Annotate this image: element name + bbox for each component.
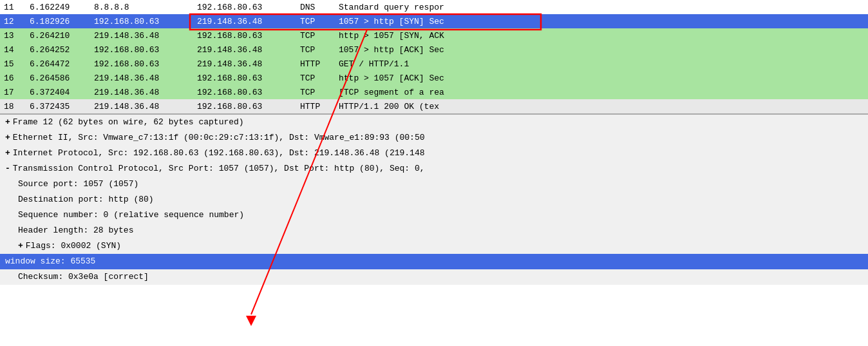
table-cell: http > 1057 [ACK] Sec (335, 71, 868, 85)
table-cell: Standard query respor (335, 0, 868, 14)
table-cell: 219.148.36.48 (90, 99, 193, 113)
detail-row[interactable]: + Internet Protocol, Src: 192.168.80.63 … (0, 146, 868, 161)
table-cell: 192.168.80.63 (193, 0, 296, 14)
table-cell: 6.372435 (26, 99, 90, 113)
table-cell: 219.148.36.48 (90, 85, 193, 99)
arrow-head (246, 316, 256, 326)
detail-row[interactable]: + Ethernet II, Src: Vmware_c7:13:1f (00:… (0, 130, 868, 146)
table-cell: 6.162249 (26, 0, 90, 14)
table-cell: 6.182926 (26, 14, 90, 28)
table-cell: 219.148.36.48 (90, 28, 193, 43)
table-row[interactable]: 146.264252192.168.80.63219.148.36.48TCP1… (0, 43, 868, 57)
table-cell: http > 1057 [SYN, ACK (335, 28, 868, 43)
table-cell: 1057 > http [ACK] Sec (335, 43, 868, 57)
packet-details: + Frame 12 (62 bytes on wire, 62 bytes c… (0, 113, 868, 285)
detail-row[interactable]: + Frame 12 (62 bytes on wire, 62 bytes c… (0, 115, 868, 130)
table-row[interactable]: 176.372404219.148.36.48192.168.80.63TCP[… (0, 85, 868, 99)
table-cell: 12 (0, 14, 26, 28)
packet-list: 116.1622498.8.8.8192.168.80.63DNSStandar… (0, 0, 868, 113)
table-cell: 6.264252 (26, 43, 90, 57)
table-cell: HTTP (296, 57, 335, 71)
table-cell: 6.264472 (26, 57, 90, 71)
table-row[interactable]: 186.372435219.148.36.48192.168.80.63HTTP… (0, 99, 868, 113)
expand-icon[interactable]: + (18, 240, 23, 253)
table-row[interactable]: 156.264472192.168.80.63219.148.36.48HTTP… (0, 57, 868, 71)
table-cell: 219.148.36.48 (90, 71, 193, 85)
detail-row: Source port: 1057 (1057) (0, 177, 868, 192)
table-cell: 18 (0, 99, 26, 113)
table-cell: TCP (296, 85, 335, 99)
table-cell: 219.148.36.48 (193, 14, 296, 28)
detail-row[interactable]: - Transmission Control Protocol, Src Por… (0, 161, 868, 177)
table-cell: TCP (296, 43, 335, 57)
table-cell: 192.168.80.63 (90, 14, 193, 28)
table-row[interactable]: 126.182926192.168.80.63219.148.36.48TCP1… (0, 14, 868, 28)
packet-table: 116.1622498.8.8.8192.168.80.63DNSStandar… (0, 0, 868, 113)
table-cell: 11 (0, 0, 26, 14)
table-cell: 6.264210 (26, 28, 90, 43)
table-row[interactable]: 116.1622498.8.8.8192.168.80.63DNSStandar… (0, 0, 868, 14)
table-cell: 192.168.80.63 (90, 43, 193, 57)
expand-icon[interactable]: + (5, 147, 10, 160)
table-cell: 192.168.80.63 (193, 99, 296, 113)
table-cell: 6.264586 (26, 71, 90, 85)
table-cell: 17 (0, 85, 26, 99)
table-cell: HTTP (296, 99, 335, 113)
table-cell: 192.168.80.63 (193, 71, 296, 85)
table-cell: 219.148.36.48 (193, 43, 296, 57)
table-row[interactable]: 166.264586219.148.36.48192.168.80.63TCPh… (0, 71, 868, 85)
detail-row: Destination port: http (80) (0, 192, 868, 207)
detail-row: Header length: 28 bytes (0, 223, 868, 238)
table-cell: 8.8.8.8 (90, 0, 193, 14)
detail-row[interactable]: + Flags: 0x0002 (SYN) (0, 238, 868, 254)
table-cell: 192.168.80.63 (193, 28, 296, 43)
table-cell: HTTP/1.1 200 OK (tex (335, 99, 868, 113)
detail-row: Checksum: 0x3e0a [correct] (0, 269, 868, 285)
table-cell: 13 (0, 28, 26, 43)
table-cell: 14 (0, 43, 26, 57)
table-cell: TCP (296, 14, 335, 28)
table-cell: TCP (296, 28, 335, 43)
table-cell: GET / HTTP/1.1 (335, 57, 868, 71)
table-cell: 192.168.80.63 (193, 85, 296, 99)
table-cell: 1057 > http [SYN] Sec (335, 14, 868, 28)
table-cell: 15 (0, 57, 26, 71)
expand-icon[interactable]: + (5, 131, 10, 144)
table-cell: TCP (296, 71, 335, 85)
detail-row[interactable]: window size: 65535 (0, 254, 868, 269)
expand-icon[interactable]: + (5, 116, 10, 129)
table-cell: 16 (0, 71, 26, 85)
table-cell: [TCP segment of a rea (335, 85, 868, 99)
table-cell: DNS (296, 0, 335, 14)
main-wrapper: 116.1622498.8.8.8192.168.80.63DNSStandar… (0, 0, 868, 346)
table-cell: 6.372404 (26, 85, 90, 99)
expand-icon[interactable]: - (5, 162, 10, 175)
table-row[interactable]: 136.264210219.148.36.48192.168.80.63TCPh… (0, 28, 868, 43)
table-cell: 192.168.80.63 (90, 57, 193, 71)
table-cell: 219.148.36.48 (193, 57, 296, 71)
detail-row: Sequence number: 0 (relative sequence nu… (0, 207, 868, 223)
